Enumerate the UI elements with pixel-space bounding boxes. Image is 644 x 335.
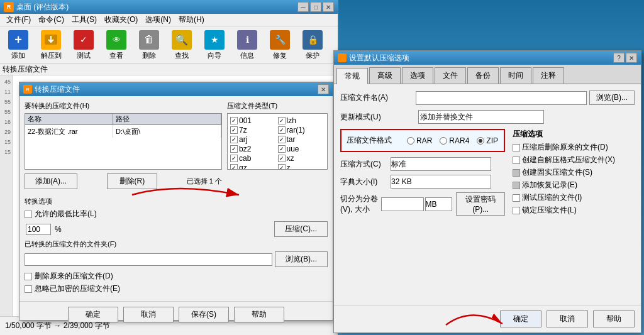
archive-name-row: 压缩文件名(A) 浏览(B)... bbox=[340, 91, 635, 105]
add-files-button[interactable]: 添加(A)... bbox=[25, 173, 77, 189]
maximize-button[interactable]: □ bbox=[310, 2, 321, 12]
format-rar[interactable]: RAR bbox=[407, 136, 432, 145]
tab-comment[interactable]: 注释 bbox=[533, 67, 564, 84]
table-buttons: 添加(A)... 删除(R) 已选择 1 个 bbox=[25, 173, 222, 189]
dict-select[interactable]: 32 KB bbox=[391, 175, 491, 189]
solid-cb[interactable] bbox=[513, 169, 520, 177]
tab-files[interactable]: 文件 bbox=[435, 67, 466, 84]
tab-backup[interactable]: 备份 bbox=[467, 67, 499, 84]
update-mode-select[interactable]: 添加并替换文件 bbox=[418, 110, 544, 124]
convert-cancel-btn[interactable]: 取消 bbox=[123, 307, 174, 322]
ignore-encrypted-checkbox[interactable] bbox=[25, 285, 32, 293]
add-button[interactable]: + 添加 bbox=[3, 28, 34, 62]
rar-radio[interactable] bbox=[407, 137, 414, 145]
tab-time[interactable]: 时间 bbox=[500, 67, 531, 84]
option-sfx: 创建自解压格式压缩文件(X) bbox=[513, 155, 635, 165]
col-name: 名称 bbox=[25, 114, 113, 124]
repair-button[interactable]: 🔧 修复 bbox=[264, 28, 296, 62]
delete-files-button[interactable]: 删除(R) bbox=[107, 173, 157, 189]
tab-general[interactable]: 常规 bbox=[336, 68, 368, 84]
left-col: 压缩文件格式 RAR RAR4 bbox=[340, 129, 505, 219]
format-type-label: 压缩文件类型(T) bbox=[227, 101, 328, 111]
fmt-bz2: bz2 bbox=[230, 145, 277, 153]
settings-icon bbox=[338, 53, 347, 62]
menu-command[interactable]: 命令(C) bbox=[35, 14, 68, 26]
fmt-xz: xz bbox=[278, 154, 325, 163]
settings-close-button[interactable]: ✕ bbox=[626, 53, 637, 63]
convert-help-btn[interactable]: 帮助 bbox=[234, 307, 284, 322]
settings-footer: 确定 取消 帮助 bbox=[334, 305, 641, 332]
format-radio-group: RAR RAR4 ZIP bbox=[407, 136, 498, 145]
compress-method-select[interactable]: 标准 bbox=[391, 157, 491, 171]
convert-dialog: R 转换压缩文件 ✕ 要转换的压缩文件(H) 名称 路径 22-数据汇文 .ra… bbox=[19, 82, 333, 321]
info-button[interactable]: ℹ 信息 bbox=[231, 28, 263, 62]
folder-input[interactable] bbox=[25, 253, 272, 266]
convert-dialog-close[interactable]: ✕ bbox=[318, 84, 329, 94]
settings-help-button[interactable]: ? bbox=[613, 53, 625, 63]
test-button[interactable]: ✓ 测试 bbox=[68, 28, 99, 62]
format-zip[interactable]: ZIP bbox=[477, 136, 498, 145]
lock-cb[interactable] bbox=[513, 207, 520, 214]
settings-cancel-btn[interactable]: 取消 bbox=[547, 310, 588, 327]
info-icon: ℹ bbox=[237, 30, 257, 50]
output-folder-section: 已转换的压缩文件的文件夹(F) 浏览(B)... bbox=[25, 239, 328, 267]
settings-help-btn[interactable]: 帮助 bbox=[593, 310, 635, 327]
menu-options[interactable]: 选项(N) bbox=[142, 14, 175, 26]
tab-advanced[interactable]: 高级 bbox=[369, 67, 401, 84]
find-button[interactable]: 🔍 查找 bbox=[166, 28, 197, 62]
wizard-button[interactable]: ★ 向导 bbox=[199, 28, 230, 62]
split-unit[interactable]: MB bbox=[425, 197, 453, 211]
view-button[interactable]: 👁 查看 bbox=[101, 28, 132, 62]
delete-button[interactable]: 🗑 删除 bbox=[133, 28, 165, 62]
view-icon: 👁 bbox=[106, 30, 126, 50]
delete-icon: 🗑 bbox=[139, 30, 159, 50]
close-button[interactable]: ✕ bbox=[323, 2, 334, 12]
menu-file[interactable]: 文件(F) bbox=[3, 14, 35, 26]
delete-original-cb[interactable] bbox=[513, 144, 520, 151]
tab-options[interactable]: 选项 bbox=[402, 67, 433, 84]
compress-btn[interactable]: 压缩(C)... bbox=[274, 221, 328, 237]
test-cb[interactable] bbox=[513, 194, 520, 202]
menu-tools[interactable]: 工具(S) bbox=[68, 14, 101, 26]
fmt-cab: cab bbox=[230, 154, 277, 163]
split-label: 切分为分卷(V), 大小 bbox=[340, 194, 381, 215]
source-file-table: 名称 路径 22-数据汇文 .rar D:\桌面\ bbox=[25, 113, 222, 170]
rar4-radio[interactable] bbox=[440, 137, 447, 145]
menu-help[interactable]: 帮助(H) bbox=[175, 14, 208, 26]
settings-title-text: 设置默认压缩选项 bbox=[349, 53, 613, 63]
folder-browse-btn[interactable]: 浏览(B)... bbox=[275, 251, 328, 267]
source-label: 要转换的压缩文件(H) bbox=[25, 101, 222, 111]
add-icon: + bbox=[8, 30, 28, 50]
split-row: 切分为分卷(V), 大小 MB 设置密码(P)... bbox=[340, 192, 505, 216]
convert-ok-btn[interactable]: 确定 bbox=[68, 307, 118, 322]
archive-name-label: 压缩文件名(A) bbox=[340, 92, 416, 103]
split-input[interactable] bbox=[381, 197, 424, 211]
menu-bar: 文件(F) 命令(C) 工具(S) 收藏夹(O) 选项(N) 帮助(H) bbox=[0, 14, 338, 26]
find-icon: 🔍 bbox=[172, 30, 192, 50]
zip-radio[interactable] bbox=[477, 137, 484, 145]
table-header: 名称 路径 bbox=[25, 114, 221, 125]
compress-method-label: 压缩方式(C) bbox=[340, 159, 391, 170]
fmt-arj: arj bbox=[230, 135, 277, 144]
delete-original-row: 删除原来的压缩文件(D) bbox=[25, 271, 328, 282]
convert-save-btn[interactable]: 保存(S) bbox=[179, 307, 229, 322]
recovery-cb[interactable] bbox=[513, 182, 520, 189]
min-ratio-checkbox[interactable] bbox=[25, 211, 32, 218]
output-folder-label: 已转换的压缩文件的文件夹(F) bbox=[25, 239, 328, 249]
main-title-bar: R 桌面 (评估版本) ─ □ ✕ bbox=[0, 0, 338, 14]
format-title: 压缩文件格式 bbox=[347, 135, 392, 146]
minimize-button[interactable]: ─ bbox=[297, 2, 309, 12]
format-rar4[interactable]: RAR4 bbox=[440, 136, 469, 145]
delete-original-checkbox[interactable] bbox=[25, 273, 32, 280]
protect-button[interactable]: 🔒 保护 bbox=[297, 28, 328, 62]
convert-dialog-content: 要转换的压缩文件(H) 名称 路径 22-数据汇文 .rar D:\桌面\ 添加… bbox=[19, 96, 333, 301]
settings-ok-btn[interactable]: 确定 bbox=[500, 310, 541, 327]
menu-favorites[interactable]: 收藏夹(O) bbox=[101, 14, 142, 26]
archive-browse-btn[interactable]: 浏览(B)... bbox=[589, 91, 635, 105]
set-password-btn[interactable]: 设置密码(P)... bbox=[456, 192, 505, 216]
extract-button[interactable]: 解压到 bbox=[35, 28, 67, 62]
archive-name-input[interactable] bbox=[416, 91, 587, 105]
ratio-input[interactable] bbox=[26, 224, 51, 235]
test-icon: ✓ bbox=[74, 30, 94, 50]
sfx-cb[interactable] bbox=[513, 157, 520, 164]
